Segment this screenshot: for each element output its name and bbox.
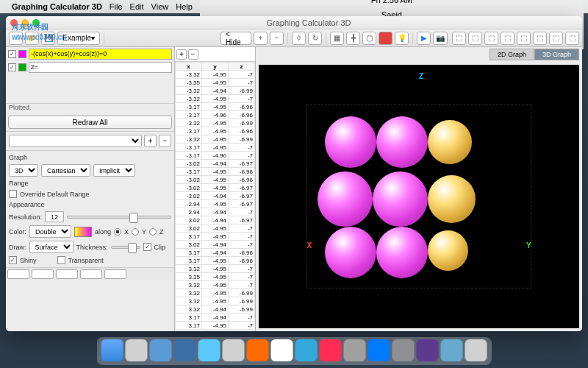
menu-view[interactable]: View bbox=[151, 2, 169, 11]
eq1-input[interactable] bbox=[29, 49, 172, 60]
transparent-checkbox[interactable] bbox=[57, 256, 65, 264]
tab-4[interactable] bbox=[80, 269, 102, 279]
type-select[interactable]: Implicit bbox=[93, 164, 135, 177]
left-panel: Plotted. Redraw All + − Graph 3D Cartesi… bbox=[6, 47, 175, 331]
remove-preset-button[interactable]: − bbox=[159, 135, 171, 147]
color-mode-select[interactable]: Double bbox=[29, 225, 71, 238]
shiny-checkbox[interactable] bbox=[9, 256, 17, 264]
dock-app-icon[interactable] bbox=[126, 339, 148, 361]
graph-panel: 2D Graph 3D Graph Z Y X bbox=[256, 47, 582, 331]
dock-app-icon[interactable] bbox=[150, 339, 172, 361]
preset-select[interactable] bbox=[9, 135, 142, 147]
window-title: Graphing Calculator 3D bbox=[267, 18, 351, 27]
table-plus[interactable]: + bbox=[176, 49, 187, 60]
app-window: Graphing Calculator 3D 📄 📂 💾 Example ▾ <… bbox=[6, 16, 582, 331]
tool-box-icon[interactable]: ▢ bbox=[362, 32, 376, 45]
graph-label: Graph bbox=[9, 154, 171, 161]
dock-app-icon[interactable] bbox=[344, 339, 366, 361]
tool-view7-icon[interactable]: ⬚ bbox=[549, 32, 563, 45]
surface bbox=[325, 227, 376, 278]
equation-row-2 bbox=[6, 60, 174, 74]
tool-minus-icon[interactable]: − bbox=[270, 32, 284, 45]
dock-finder-icon[interactable] bbox=[101, 339, 123, 361]
3d-viewport[interactable]: Z Y X bbox=[259, 65, 579, 328]
resolution-slider[interactable] bbox=[67, 216, 171, 219]
macos-dock bbox=[97, 337, 492, 365]
dock-app-icon[interactable] bbox=[295, 339, 318, 361]
surface bbox=[325, 116, 376, 168]
tab-1[interactable] bbox=[7, 269, 29, 279]
axis-y-radio[interactable] bbox=[132, 228, 139, 236]
menu-file[interactable]: File bbox=[110, 2, 123, 11]
app-name[interactable]: Graphing Calculator 3D bbox=[12, 2, 102, 11]
data-table[interactable]: xyz-3.32-4.95-7-3.35-4.95-7-3.32-4.94-6.… bbox=[175, 62, 255, 331]
dock-mail-icon[interactable] bbox=[198, 339, 220, 361]
dock-folder-icon[interactable] bbox=[441, 339, 463, 361]
dock-safari-icon[interactable] bbox=[174, 339, 196, 361]
gradient-box[interactable] bbox=[74, 227, 92, 237]
dock-settings-icon[interactable] bbox=[392, 339, 415, 361]
tool-camera-icon[interactable]: 📷 bbox=[433, 32, 447, 45]
tool-play-icon[interactable]: ▶ bbox=[417, 32, 431, 45]
dim-select[interactable]: 3D bbox=[9, 164, 38, 177]
tool-axes-icon[interactable]: ╋ bbox=[346, 32, 360, 45]
axis-x-radio[interactable] bbox=[114, 228, 121, 236]
dock-app-icon[interactable] bbox=[247, 339, 269, 361]
eq2-color[interactable] bbox=[18, 63, 26, 71]
dock-calendar-icon[interactable] bbox=[271, 339, 293, 361]
titlebar: Graphing Calculator 3D bbox=[6, 16, 582, 29]
redraw-button[interactable]: Redraw All bbox=[8, 116, 172, 129]
equation-row-1 bbox=[6, 47, 174, 60]
thickness-slider[interactable] bbox=[111, 246, 140, 249]
tab-2d-graph[interactable]: 2D Graph bbox=[490, 49, 534, 60]
dock-music-icon[interactable] bbox=[320, 339, 342, 361]
tool-refresh-icon[interactable]: ↻ bbox=[308, 32, 322, 45]
menu-help[interactable]: Help bbox=[176, 2, 193, 11]
resolution-input[interactable] bbox=[45, 211, 64, 222]
tool-view4-icon[interactable]: ⬚ bbox=[501, 32, 514, 45]
draw-mode-select[interactable]: Surface bbox=[29, 241, 74, 253]
eq2-checkbox[interactable] bbox=[8, 63, 16, 71]
z-axis-label: Z bbox=[419, 72, 423, 80]
tool-view2-icon[interactable]: ⬚ bbox=[468, 32, 482, 45]
watermark: 河东软件园 www.pc0359.cn bbox=[12, 18, 66, 41]
tab-3d-graph[interactable]: 3D Graph bbox=[534, 49, 579, 60]
tool-cube-icon[interactable]: ◊ bbox=[292, 32, 306, 45]
surface bbox=[428, 175, 476, 223]
coord-select[interactable]: Cartesian bbox=[41, 164, 90, 177]
eq1-color[interactable] bbox=[18, 50, 26, 58]
dock-current-app-icon[interactable] bbox=[417, 339, 439, 361]
eq1-checkbox[interactable] bbox=[8, 50, 16, 58]
status-text: Plotted. bbox=[6, 103, 174, 113]
x-axis-label: X bbox=[306, 241, 312, 250]
tool-view8-icon[interactable]: ⬚ bbox=[565, 32, 579, 45]
tool-grid-icon[interactable]: ▦ bbox=[330, 32, 344, 45]
tool-red-icon[interactable] bbox=[379, 32, 392, 45]
table-minus[interactable]: − bbox=[188, 49, 198, 60]
tool-plus-icon[interactable]: + bbox=[254, 32, 268, 45]
surface bbox=[376, 227, 428, 278]
eq2-input[interactable] bbox=[29, 62, 172, 73]
dock-app-icon[interactable] bbox=[223, 339, 245, 361]
add-preset-button[interactable]: + bbox=[144, 135, 157, 147]
dock-trash-icon[interactable] bbox=[465, 339, 487, 361]
surface bbox=[318, 171, 373, 227]
override-checkbox[interactable] bbox=[9, 190, 17, 198]
axis-z-radio[interactable] bbox=[149, 228, 157, 236]
tool-light-icon[interactable]: 💡 bbox=[395, 32, 409, 45]
appearance-label: Appearance bbox=[9, 201, 171, 208]
tab-2[interactable] bbox=[32, 269, 54, 279]
data-table-panel: + − xyz-3.32-4.95-7-3.35-4.95-7-3.32-4.9… bbox=[175, 47, 256, 331]
menu-edit[interactable]: Edit bbox=[130, 2, 144, 11]
clock[interactable]: Fri 2:56 AM bbox=[371, 0, 412, 4]
tool-view1-icon[interactable]: ⬚ bbox=[452, 32, 466, 45]
dock-appstore-icon[interactable] bbox=[368, 339, 390, 361]
tab-5[interactable] bbox=[104, 269, 126, 279]
surface bbox=[428, 230, 468, 271]
clip-checkbox[interactable] bbox=[143, 243, 151, 251]
tool-view6-icon[interactable]: ⬚ bbox=[533, 32, 547, 45]
tab-3[interactable] bbox=[56, 269, 78, 279]
tool-view3-icon[interactable]: ⬚ bbox=[484, 32, 498, 45]
hide-button[interactable]: < Hide bbox=[220, 32, 251, 45]
tool-view5-icon[interactable]: ⬚ bbox=[517, 32, 531, 45]
